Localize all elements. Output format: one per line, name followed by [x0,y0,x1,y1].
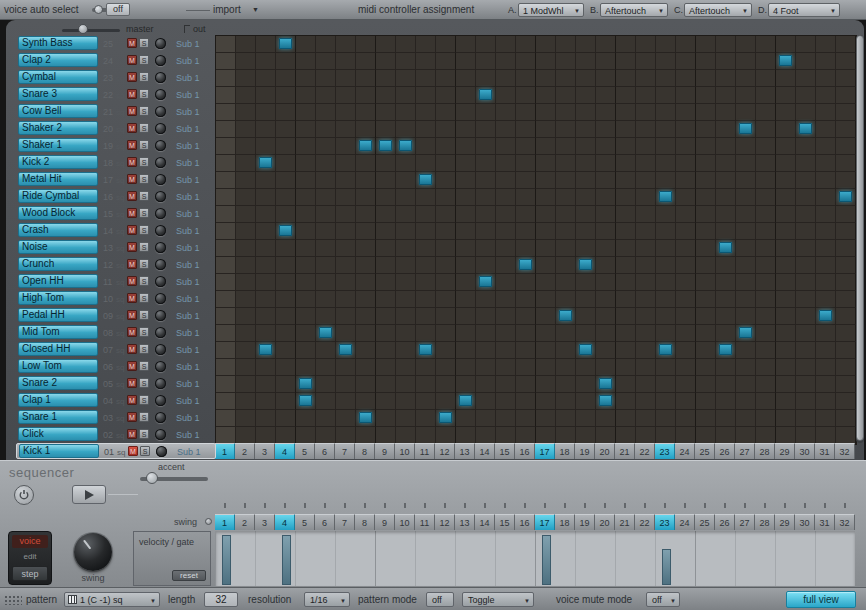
grid-cell[interactable] [776,359,796,376]
voice-solo-button[interactable]: S [139,276,149,286]
voice-mute-button[interactable]: M [127,191,137,201]
voice-output[interactable]: Sub 1 [176,39,200,49]
voice-solo-button[interactable]: S [139,361,149,371]
grid-cell[interactable] [776,291,796,308]
pattern-step-button[interactable]: 31 [815,443,835,459]
grid-cell[interactable] [216,53,236,70]
accent-tick[interactable] [735,503,755,511]
import-menu[interactable]: import [213,4,241,15]
grid-cell[interactable] [596,189,616,206]
grid-cell[interactable] [636,223,656,240]
grid-cell[interactable] [576,359,596,376]
grid-cell[interactable] [416,427,436,444]
pattern-mode-toggle[interactable]: off [426,592,454,607]
grid-cell[interactable] [636,410,656,427]
grid-cell[interactable] [336,240,356,257]
grid-cell[interactable] [456,359,476,376]
grid-cell[interactable] [776,104,796,121]
voice-output[interactable]: Sub 1 [177,447,201,457]
sequencer-step-button[interactable]: 18 [555,514,575,530]
grid-cell[interactable] [416,291,436,308]
grid-cell[interactable] [596,155,616,172]
grid-cell[interactable] [496,291,516,308]
grid-cell[interactable] [736,70,756,87]
pattern-step-button[interactable]: 12 [435,443,455,459]
grid-cell[interactable] [556,342,576,359]
grid-cell[interactable] [496,257,516,274]
voice-seq-indicator[interactable]: sq [116,431,124,440]
voice-output[interactable]: Sub 1 [176,430,200,440]
grid-cell[interactable] [776,172,796,189]
voice-mute-button[interactable]: M [127,344,137,354]
grid-cell[interactable] [516,36,536,53]
grid-cell[interactable] [776,121,796,138]
voice-mute-button[interactable]: M [127,310,137,320]
pattern-step-button[interactable]: 3 [255,443,275,459]
voice-name-button[interactable]: Open HH [18,274,98,288]
grid-cell[interactable] [776,53,796,70]
grid-cell[interactable] [736,206,756,223]
grid-cell[interactable] [376,257,396,274]
grid-cell[interactable] [536,291,556,308]
accent-tick[interactable] [435,503,455,511]
grid-cell[interactable] [296,172,316,189]
grid-cell[interactable] [436,342,456,359]
grid-cell[interactable] [696,36,716,53]
grid-cell[interactable] [776,393,796,410]
grid-cell[interactable] [436,138,456,155]
velocity-bar[interactable] [662,549,671,585]
grid-cell[interactable] [836,53,856,70]
sequencer-step-button[interactable]: 9 [375,514,395,530]
grid-cell[interactable] [796,223,816,240]
grid-cell[interactable] [416,104,436,121]
grid-cell[interactable] [536,274,556,291]
accent-tick[interactable] [295,503,315,511]
grid-cell[interactable] [596,53,616,70]
grid-cell[interactable] [376,393,396,410]
pattern-step-button[interactable]: 22 [635,443,655,459]
grid-cell[interactable] [236,376,256,393]
grid-cell[interactable] [616,36,636,53]
grid-cell[interactable] [496,172,516,189]
grid-cell[interactable] [476,240,496,257]
accent-tick[interactable] [275,503,295,511]
grid-cell[interactable] [716,155,736,172]
grid-cell[interactable] [536,104,556,121]
voice-name-button[interactable]: Synth Bass [18,36,98,50]
grid-cell[interactable] [576,223,596,240]
grid-cell[interactable] [376,223,396,240]
grid-cell[interactable] [536,138,556,155]
voice-pan-knob[interactable] [155,208,166,219]
grid-cell[interactable] [776,410,796,427]
grid-cell[interactable] [676,359,696,376]
voice-pan-knob[interactable] [155,106,166,117]
grid-cell[interactable] [536,223,556,240]
grid-cell[interactable] [836,138,856,155]
grid-cell[interactable] [596,70,616,87]
grid-cell[interactable] [276,308,296,325]
grid-cell[interactable] [576,240,596,257]
accent-tick[interactable] [815,503,835,511]
grid-cell[interactable] [836,223,856,240]
grid-cell[interactable] [476,223,496,240]
grid-cell[interactable] [456,393,476,410]
grid-cell[interactable] [736,359,756,376]
voice-solo-button[interactable]: S [139,191,149,201]
grid-cell[interactable] [696,274,716,291]
grid-cell[interactable] [316,206,336,223]
grid-cell[interactable] [336,138,356,155]
grid-cell[interactable] [436,172,456,189]
grid-cell[interactable] [256,121,276,138]
grid-cell[interactable] [776,342,796,359]
grid-cell[interactable] [716,240,736,257]
grid-cell[interactable] [716,104,736,121]
grid-cell[interactable] [276,257,296,274]
accent-tick[interactable] [695,503,715,511]
grid-cell[interactable] [336,36,356,53]
grid-cell[interactable] [376,240,396,257]
grid-cell[interactable] [516,223,536,240]
voice-name-button[interactable]: Mid Tom [18,325,98,339]
grid-cell[interactable] [616,359,636,376]
grid-cell[interactable] [256,223,276,240]
accent-tick[interactable] [355,503,375,511]
